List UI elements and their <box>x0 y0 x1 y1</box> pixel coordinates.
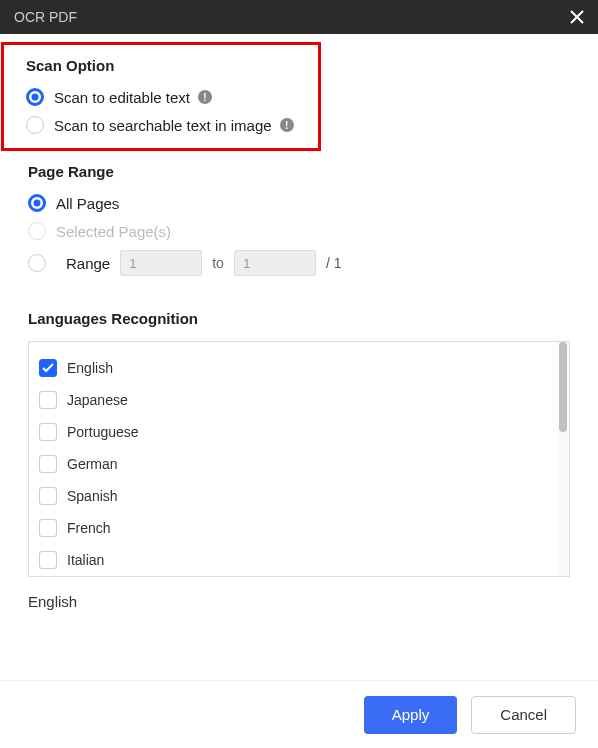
scan-editable-option[interactable]: Scan to editable text ! <box>26 88 296 106</box>
page-range-title: Page Range <box>28 163 570 180</box>
radio-unchecked-icon[interactable] <box>28 254 46 272</box>
checkbox-unchecked-icon <box>39 519 57 537</box>
content-area: Scan Option Scan to editable text ! Scan… <box>0 34 598 680</box>
page-range-selected: Selected Page(s) <box>28 222 570 240</box>
language-label: Japanese <box>67 392 128 408</box>
language-label: French <box>67 520 111 536</box>
radio-disabled-icon <box>28 222 46 240</box>
selected-languages-summary: English <box>28 593 570 610</box>
radio-checked-icon <box>26 88 44 106</box>
checkbox-unchecked-icon <box>39 455 57 473</box>
scan-searchable-label: Scan to searchable text in image <box>54 117 272 134</box>
range-to-label: to <box>212 255 224 271</box>
scan-editable-label: Scan to editable text <box>54 89 190 106</box>
cancel-button[interactable]: Cancel <box>471 696 576 734</box>
scan-option-title: Scan Option <box>26 57 296 74</box>
selected-pages-label: Selected Page(s) <box>56 223 171 240</box>
radio-unchecked-icon <box>26 116 44 134</box>
scrollbar-thumb[interactable] <box>559 342 567 432</box>
range-label: Range <box>66 255 110 272</box>
page-range-range-row: Range to / 1 <box>28 250 570 276</box>
language-label: English <box>67 360 113 376</box>
languages-list[interactable]: EnglishJapanesePortugueseGermanSpanishFr… <box>29 342 569 576</box>
range-total: / 1 <box>326 255 342 271</box>
titlebar: OCR PDF <box>0 0 598 34</box>
language-item[interactable]: French <box>39 512 559 544</box>
language-item[interactable]: Spanish <box>39 480 559 512</box>
info-icon[interactable]: ! <box>280 118 294 132</box>
info-icon[interactable]: ! <box>198 90 212 104</box>
checkbox-unchecked-icon <box>39 423 57 441</box>
checkbox-unchecked-icon <box>39 391 57 409</box>
language-item[interactable]: Portuguese <box>39 416 559 448</box>
scrollbar-track[interactable] <box>557 342 569 576</box>
languages-title: Languages Recognition <box>28 310 570 327</box>
language-item[interactable]: Japanese <box>39 384 559 416</box>
checkbox-unchecked-icon <box>39 487 57 505</box>
apply-button[interactable]: Apply <box>364 696 458 734</box>
language-item[interactable]: English <box>39 352 559 384</box>
range-to-input[interactable] <box>234 250 316 276</box>
language-label: German <box>67 456 118 472</box>
footer: Apply Cancel <box>0 680 598 748</box>
languages-listbox: EnglishJapanesePortugueseGermanSpanishFr… <box>28 341 570 577</box>
scan-option-highlight: Scan Option Scan to editable text ! Scan… <box>1 42 321 151</box>
checkbox-unchecked-icon <box>39 551 57 569</box>
checkbox-checked-icon <box>39 359 57 377</box>
language-item[interactable]: Italian <box>39 544 559 576</box>
page-range-all[interactable]: All Pages <box>28 194 570 212</box>
language-item[interactable]: German <box>39 448 559 480</box>
window-title: OCR PDF <box>14 9 77 25</box>
range-from-input[interactable] <box>120 250 202 276</box>
close-icon[interactable] <box>570 10 584 24</box>
language-label: Italian <box>67 552 104 568</box>
scan-searchable-option[interactable]: Scan to searchable text in image ! <box>26 116 296 134</box>
radio-checked-icon <box>28 194 46 212</box>
all-pages-label: All Pages <box>56 195 119 212</box>
language-label: Portuguese <box>67 424 139 440</box>
language-label: Spanish <box>67 488 118 504</box>
